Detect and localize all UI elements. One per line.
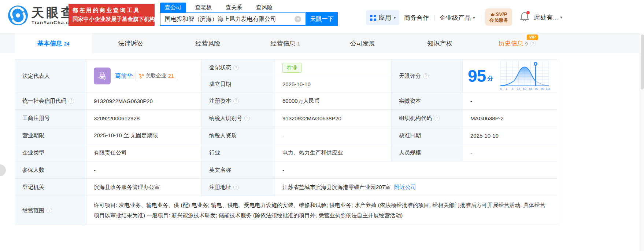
biz-cooperation-label: 商务合作	[404, 14, 429, 22]
tab-count: 1	[297, 41, 300, 47]
staff-size-label: 人员规模	[392, 144, 463, 161]
crown-icon	[491, 12, 495, 17]
founded-date-value: 2025-10-10	[275, 76, 392, 92]
business-term-label: 营业期限	[15, 127, 86, 144]
table-row: 登记机关 滨海县政务服务管理办公室 注册地址 江苏省盐城市滨海县滨海港零碳产业园…	[15, 179, 557, 196]
enterprise-products-label: 企业级产品	[440, 14, 471, 22]
avatar[interactable]: 葛	[94, 68, 111, 84]
table-row: 企业类型 有限责任公司 行业 电力、热力生产和供应业 人员规模 -	[15, 144, 557, 161]
tianyancha-logo[interactable]: 天眼查 TianYanCha.com	[7, 5, 78, 26]
registration-status-label: 登记状态	[202, 60, 275, 76]
help-icon[interactable]	[47, 208, 52, 213]
svg-text:97: 97	[535, 87, 538, 91]
help-icon[interactable]	[530, 41, 536, 46]
chevron-down-icon	[560, 15, 562, 20]
help-icon[interactable]	[233, 98, 239, 104]
company-type-label: 企业类型	[15, 144, 86, 161]
nearby-companies-link[interactable]: 附近公司	[394, 184, 416, 191]
search-button[interactable]: 天眼一下	[306, 12, 338, 26]
page-scrollbar[interactable]	[640, 33, 644, 251]
table-row: 成立日期 2025-10-10	[202, 76, 392, 92]
tab-legal-litigation[interactable]: 法律诉讼	[92, 33, 169, 53]
table-row: 法定代表人 葛 葛前华 关联企业 21 登记状态 在业	[15, 60, 557, 92]
network-icon	[139, 73, 144, 79]
registration-status-cell: 在业	[275, 60, 392, 76]
tab-label: 基本信息	[37, 39, 62, 48]
svg-text:100: 100	[546, 87, 550, 91]
side-floating-button[interactable]	[0, 164, 6, 176]
table-row: 参保人数 - 英文名称 -	[15, 161, 557, 179]
approval-date-value: 2025-10-10	[463, 127, 557, 144]
related-companies-label: 关联企业	[146, 73, 166, 79]
help-icon[interactable]	[244, 116, 250, 121]
taxpayer-qualification-label: 纳税人资质	[202, 127, 275, 144]
search-tab-boss[interactable]: 查老板	[190, 3, 216, 12]
founded-date-label: 成立日期	[202, 76, 275, 92]
business-reg-number-label: 工商注册号	[15, 110, 86, 127]
tab-label: 法律诉讼	[118, 39, 143, 48]
svip-label-line1: SVIP	[496, 11, 507, 17]
registration-authority-value: 滨海县政务服务管理办公室	[86, 179, 202, 196]
tab-label: 公司发展	[350, 39, 375, 48]
score-axis-labels: 0 1 3 15 50 85 97 99 100	[500, 87, 550, 91]
tab-count: 9	[525, 41, 528, 47]
english-name-value: -	[275, 161, 557, 178]
table-row: 经营范围 许可项目: 发电业务、输电业务、供 (配) 电业务; 输电、供电、受电…	[15, 196, 557, 225]
tab-operation-risk[interactable]: 经营风险	[169, 33, 247, 53]
business-term-value: 2025-10-10 至 无固定期限	[86, 127, 202, 144]
related-companies-badge[interactable]: 关联企业 21	[136, 71, 177, 81]
notifications-bell-icon[interactable]	[520, 12, 530, 22]
tab-operation-info[interactable]: 经营信息 1	[247, 33, 324, 53]
svip-member-button[interactable]: SVIP 会员服务	[485, 8, 512, 26]
search-input[interactable]: 国电投和智（滨海）海上风力发电有限公司	[160, 12, 306, 26]
help-icon[interactable]	[69, 98, 74, 104]
score-value: 95	[468, 68, 486, 84]
basic-info-table: 法定代表人 葛 葛前华 关联企业 21 登记状态 在业	[15, 59, 557, 225]
top-header: 天眼查 TianYanCha.com 都在用的商业查询工具 国家中小企业发展子基…	[0, 0, 644, 33]
status-badge: 在业	[282, 63, 301, 73]
insured-count-value: -	[86, 161, 202, 178]
user-account-menu[interactable]: 此处有...	[534, 13, 562, 22]
score-label: 天眼评分	[391, 60, 463, 92]
tab-company-development[interactable]: 公司发展	[324, 33, 401, 53]
industry-label: 行业	[202, 144, 275, 161]
user-account-label: 此处有...	[534, 13, 558, 22]
scrollbar-thumb[interactable]	[641, 34, 644, 90]
table-row: 统一社会信用代码 91320922MAG0638P20 注册资本 50000万人…	[15, 92, 557, 110]
tab-intellectual-property[interactable]: 知识产权	[401, 33, 478, 53]
search-tab-risk[interactable]: 查风险	[251, 3, 277, 12]
search-tabs: 查公司 查老板 查关系 查风险	[160, 2, 338, 12]
clear-search-icon[interactable]	[295, 16, 301, 22]
svg-text:1: 1	[506, 87, 507, 91]
business-reg-number-value: 320922000612928	[86, 110, 202, 127]
svip-label-line2: 会员服务	[489, 17, 508, 23]
table-row: 营业期限 2025-10-10 至 无固定期限 纳税人资质 - 核准日期 202…	[15, 127, 557, 144]
tab-label: 历史信息	[498, 39, 523, 48]
table-row: 工商注册号 320922000612928 纳税人识别号 91320922MAG…	[15, 110, 557, 127]
org-code-label: 组织机构代码	[392, 110, 463, 127]
staff-size-value: -	[463, 144, 557, 161]
score-cell[interactable]: 95 分	[463, 60, 557, 92]
tab-label: 经营风险	[196, 39, 221, 48]
help-icon[interactable]	[233, 65, 239, 70]
related-companies-count: 21	[168, 73, 174, 79]
help-icon[interactable]	[233, 185, 239, 190]
help-icon[interactable]	[434, 116, 440, 121]
tianyancha-logo-icon	[7, 5, 29, 26]
tab-basic-info[interactable]: 基本信息 24	[15, 33, 92, 53]
search-tab-relation[interactable]: 查关系	[221, 3, 247, 12]
score-distribution-chart: 0 1 3 15 50 85 97 99 100	[500, 60, 550, 92]
enterprise-products-menu[interactable]: 企业级产品	[440, 10, 475, 25]
legal-rep-name-link[interactable]: 葛前华	[115, 72, 133, 80]
tab-history-info[interactable]: VIP 历史信息 9	[478, 33, 556, 53]
promo-banner-line1: 都在用的商业查询工具	[73, 7, 151, 14]
help-icon[interactable]	[423, 73, 429, 79]
svg-text:85: 85	[529, 87, 533, 91]
legal-rep-cell: 葛 葛前华 关联企业 21	[86, 60, 202, 92]
svg-text:3: 3	[512, 87, 514, 91]
search-tab-company[interactable]: 查公司	[160, 3, 186, 12]
biz-cooperation-link[interactable]: 商务合作	[404, 10, 429, 25]
approval-date-label: 核准日期	[392, 127, 463, 144]
taxpayer-qualification-value: -	[275, 127, 392, 144]
apps-menu-button[interactable]: 应用	[366, 10, 399, 25]
